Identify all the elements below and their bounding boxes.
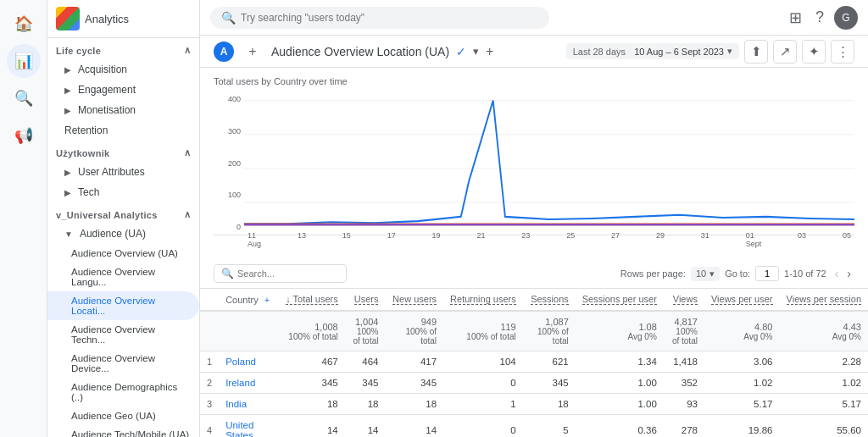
report-header: A + Audience Overview Location (UA) ✓ ▾ …	[200, 36, 868, 68]
goto-input[interactable]	[755, 266, 779, 281]
expand-icon: ▼	[64, 230, 73, 239]
rows-per-page-label: Rows per page:	[620, 268, 686, 279]
x-label: 13	[298, 231, 306, 248]
rows-per-page-select[interactable]: 10 ▾	[691, 267, 720, 281]
export-button[interactable]: ⬆	[744, 40, 768, 64]
user-section: Użytkownik ∧	[47, 141, 199, 162]
x-label: 15	[342, 231, 351, 248]
icon-rail: 🏠 📊 🔍 📢	[0, 0, 47, 437]
sidebar-item-audience-mobile[interactable]: Audience Tech/Mobile (UA)	[47, 425, 199, 437]
sidebar-item-audience-device[interactable]: Audience Overview Device...	[47, 349, 199, 378]
table-header: Country + ↓ Total users Users New users …	[200, 289, 868, 311]
table-search-box[interactable]: 🔍	[214, 264, 347, 283]
explore-icon[interactable]: 🔍	[7, 81, 41, 115]
country-cell[interactable]: Poland	[219, 351, 279, 373]
col-num	[200, 289, 219, 311]
topbar-right: ⊞ ? G	[786, 5, 858, 30]
date-range-picker[interactable]: Last 28 days 10 Aug – 6 Sept 2023 ▾	[566, 43, 739, 59]
col-country[interactable]: Country +	[219, 289, 279, 311]
report-title: Audience Overview Location (UA)	[271, 45, 449, 58]
expand-icon: ▶	[64, 188, 71, 197]
report-filter-button[interactable]: ▾	[473, 45, 479, 58]
expand-icon: ▶	[64, 168, 71, 177]
add-dimension-button[interactable]: +	[264, 295, 270, 305]
sidebar-item-user-attributes[interactable]: ▶ User Attributes	[47, 162, 199, 182]
expand-icon: ▶	[64, 86, 71, 95]
account-icon[interactable]: G	[834, 6, 858, 30]
table-body: 1,008 100% of total 1,004 100% of total …	[200, 311, 868, 437]
sidebar-item-audience-language[interactable]: Audience Overview Langu...	[47, 263, 199, 291]
more-options-button[interactable]: ⋮	[831, 40, 854, 64]
x-label: 27	[611, 231, 620, 248]
totals-row: 1,008 100% of total 1,004 100% of total …	[200, 311, 868, 351]
search-icon: 🔍	[221, 268, 234, 279]
main-content: 🔍 ⊞ ? G A + Audience Overview Location (…	[200, 0, 868, 437]
prev-page-button[interactable]: ‹	[832, 265, 843, 282]
chart-area: Total users by Country over time 400 300…	[200, 68, 868, 259]
report-verified-icon: ✓	[456, 45, 466, 58]
col-sessions: Sessions	[523, 289, 576, 311]
col-returning-users: Returning users	[443, 289, 523, 311]
y-axis-400: 400	[214, 95, 241, 103]
date-range-value: 10 Aug – 6 Sept 2023	[634, 47, 724, 57]
x-label: 19	[432, 231, 441, 248]
expand-icon: ▶	[64, 106, 71, 115]
col-views: Views	[664, 289, 704, 311]
home-icon[interactable]: 🏠	[7, 7, 41, 41]
x-label: 31	[701, 231, 709, 248]
x-label: 25	[566, 231, 575, 248]
sidebar-item-acquisition[interactable]: ▶ Acquisition	[47, 59, 199, 80]
goto-label: Go to:	[725, 268, 750, 279]
line-chart	[244, 91, 854, 235]
x-label: 21	[476, 231, 485, 248]
country-cell[interactable]: India	[219, 394, 279, 415]
share-button[interactable]: ↗	[773, 40, 797, 64]
sidebar-item-audience-location[interactable]: Audience Overview Locati...	[47, 291, 199, 320]
next-page-button[interactable]: ›	[843, 265, 854, 282]
grid-icon[interactable]: ⊞	[786, 5, 805, 30]
x-label: 03	[798, 231, 806, 248]
table-search-input[interactable]	[237, 268, 339, 279]
x-label: 05	[843, 231, 851, 248]
help-icon[interactable]: ?	[812, 5, 827, 30]
reports-icon[interactable]: 📊	[7, 44, 41, 78]
chart-legend: Poland Ireland India United States Germa…	[214, 252, 854, 259]
advertising-icon[interactable]: 📢	[7, 119, 41, 152]
sidebar-item-tech[interactable]: ▶ Tech	[47, 182, 199, 202]
sidebar-item-retention[interactable]: Retention	[47, 120, 199, 141]
lifecycle-section: Life cycle ∧	[47, 38, 199, 59]
sidebar-item-audience-tech[interactable]: Audience Overview Techn...	[47, 320, 199, 349]
chevron-down-icon: ▾	[709, 268, 715, 279]
country-cell[interactable]: Ireland	[219, 373, 279, 394]
table-row: 1 Poland 467 464 417 104 621 1.34 1,418 …	[200, 351, 868, 373]
col-views-per-user: Views per user	[704, 289, 780, 311]
col-users: Users	[345, 289, 386, 311]
sidebar-item-audience-demographics[interactable]: Audience Demographics (..)	[47, 378, 199, 407]
search-input[interactable]	[241, 12, 538, 24]
sidebar-item-audience-overview[interactable]: Audience Overview (UA)	[47, 244, 199, 263]
pagination-controls: Rows per page: 10 ▾ Go to: 1-10 of 72 ‹ …	[620, 265, 854, 282]
search-icon: 🔍	[221, 11, 236, 25]
data-table: Country + ↓ Total users Users New users …	[200, 289, 868, 437]
insight-button[interactable]: ✦	[802, 40, 826, 64]
col-sessions-per-user: Sessions per user	[576, 289, 664, 311]
sidebar-header: Analytics	[47, 0, 199, 38]
sidebar-item-engagement[interactable]: ▶ Engagement	[47, 80, 199, 100]
chart-container: 400 300 200 100 0	[214, 91, 854, 235]
sidebar-item-audience-ua[interactable]: ▼ Audience (UA)	[47, 224, 199, 244]
app-title: Analytics	[85, 13, 129, 25]
add-comparison-button[interactable]: +	[241, 40, 264, 64]
add-filter-button[interactable]: +	[486, 44, 493, 59]
country-cell[interactable]: United States	[219, 415, 279, 438]
pagination-info-text: 1-10 of 72	[784, 268, 826, 279]
table-section: 🔍 Rows per page: 10 ▾ Go to: 1-10 of 72 …	[200, 259, 868, 437]
search-box[interactable]: 🔍	[210, 7, 549, 29]
expand-icon: ▶	[64, 65, 71, 75]
col-total-users[interactable]: ↓ Total users	[279, 289, 345, 311]
table-row: 2 Ireland 345 345 345 0 345 1.00 352 1.0…	[200, 373, 868, 394]
report-avatar: A	[214, 41, 234, 62]
sidebar-item-audience-geo[interactable]: Audience Geo (UA)	[47, 407, 199, 425]
sidebar-item-monetisation[interactable]: ▶ Monetisation	[47, 100, 199, 120]
table-toolbar: 🔍 Rows per page: 10 ▾ Go to: 1-10 of 72 …	[200, 259, 868, 289]
x-label: 17	[387, 231, 396, 248]
